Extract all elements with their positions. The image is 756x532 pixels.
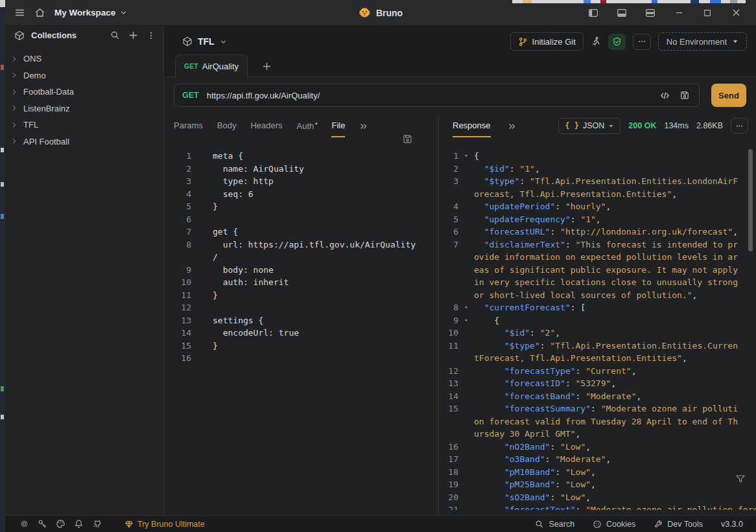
response-line: 9▾ {: [439, 314, 756, 327]
collection-label: Demo: [23, 71, 46, 80]
collection-label: API Football: [23, 137, 69, 146]
chevron-right-icon: [11, 72, 18, 78]
tab-response[interactable]: Response: [453, 114, 491, 137]
main-area: TFL Initialize Git No Environment: [164, 26, 756, 515]
bruno-dog-icon: [359, 6, 371, 19]
send-button[interactable]: Send: [711, 84, 746, 107]
response-line: 13 "forecastID": "53279",: [439, 377, 756, 390]
response-size: 2.86KB: [696, 121, 723, 130]
sidebar: Collections ONSDemoFootball-DataListenBr…: [5, 26, 164, 515]
response-more-options-button[interactable]: [731, 118, 748, 133]
more-tabs-chevron-icon[interactable]: [359, 122, 368, 131]
tab-file[interactable]: File: [331, 114, 345, 137]
toggle-split-panel-icon[interactable]: [641, 5, 660, 21]
chevron-right-icon: [11, 138, 18, 145]
safe-mode-shield-icon[interactable]: [608, 34, 626, 50]
fold-arrow-icon[interactable]: ▾: [458, 150, 474, 163]
window-minimize-button[interactable]: [669, 5, 689, 21]
sidebar-item-demo[interactable]: Demo: [5, 67, 163, 84]
app-name: Bruno: [376, 8, 403, 18]
search-collections-icon[interactable]: [110, 30, 120, 40]
statusbar-devtools[interactable]: Dev Tools: [654, 520, 703, 529]
environment-label: No Environment: [667, 37, 727, 47]
tab-name: AirQuality: [202, 62, 239, 71]
response-line: 18 "pM10Band": "Low",: [439, 466, 756, 479]
response-line: in very specific locations close to unus…: [439, 276, 756, 289]
collections-menu-icon[interactable]: [147, 31, 156, 40]
tab-params[interactable]: Params: [174, 114, 203, 137]
code-line: 16: [164, 352, 438, 365]
tab-method: GET: [184, 63, 198, 70]
environment-selector[interactable]: No Environment: [658, 32, 747, 51]
window-close-button[interactable]: [726, 5, 746, 21]
tab-body[interactable]: Body: [217, 114, 237, 137]
statusbar: Try Bruno Ultimate Search Cookies Dev To…: [5, 515, 756, 532]
response-line: 1▾{: [439, 150, 756, 163]
upgrade-banner[interactable]: Try Bruno Ultimate: [124, 520, 205, 529]
background-window-edge: [0, 0, 5, 532]
tab-airquality[interactable]: GET AirQuality: [175, 54, 248, 77]
wrench-icon: [654, 520, 663, 529]
response-line: eas of significant public exposure. It m…: [439, 264, 756, 277]
collection-more-options-button[interactable]: [633, 34, 651, 50]
code-line: 14 encodeUrl: true: [164, 327, 438, 340]
collections-title: Collections: [31, 30, 77, 40]
url-method-label: GET: [182, 91, 199, 100]
response-filter-icon[interactable]: [735, 474, 746, 484]
sidebar-item-listenbrainz[interactable]: ListenBrainz: [5, 100, 163, 117]
response-format-selector[interactable]: { } JSON: [558, 118, 620, 134]
code-line: 2 name: AirQuality: [164, 163, 438, 176]
chevron-down-icon: [120, 9, 127, 16]
code-generate-icon[interactable]: [659, 90, 670, 101]
diamond-icon: [124, 520, 134, 529]
statusbar-search[interactable]: Search: [535, 520, 574, 529]
sidebar-item-api-football[interactable]: API Football: [5, 133, 163, 150]
editor-save-icon[interactable]: [402, 133, 413, 145]
home-icon[interactable]: [34, 7, 45, 18]
initialize-git-button[interactable]: Initialize Git: [510, 32, 584, 51]
format-label: JSON: [583, 121, 604, 130]
code-line: 13settings {: [164, 314, 438, 327]
cube-icon: [182, 36, 193, 47]
workspace-selector[interactable]: My Workspace: [54, 8, 127, 17]
save-request-icon[interactable]: [679, 90, 690, 100]
runner-icon[interactable]: [591, 36, 601, 47]
tab-auth[interactable]: Auth•: [297, 114, 318, 137]
sidebar-item-ons[interactable]: ONS: [5, 51, 163, 67]
sidebar-item-football-data[interactable]: Football-Data: [5, 84, 163, 100]
toggle-left-panel-icon[interactable]: [584, 5, 603, 21]
tab-headers[interactable]: Headers: [250, 114, 282, 137]
fold-arrow-icon[interactable]: ▾: [458, 301, 474, 314]
key-icon[interactable]: [38, 519, 47, 529]
response-editor[interactable]: 1▾{2 "$id": "1",3 "$type": "Tfl.Api.Pres…: [439, 138, 756, 510]
collection-label: ONS: [23, 54, 41, 64]
hamburger-menu-icon[interactable]: [14, 7, 25, 18]
sidebar-item-tfl[interactable]: TFL: [5, 117, 163, 133]
settings-gear-icon[interactable]: [19, 519, 29, 529]
toggle-bottom-panel-icon[interactable]: [612, 5, 632, 21]
code-line: 6: [164, 213, 438, 226]
response-scrollbar[interactable]: [748, 149, 753, 251]
code-line: 4 seq: 6: [164, 188, 438, 201]
response-line: 11 "$type": "Tfl.Api.Presentation.Entiti…: [439, 340, 756, 353]
code-line: 9 body: none: [164, 264, 438, 277]
response-line: 14 "forecastBand": "Moderate",: [439, 390, 756, 403]
response-line: 3 "$type": "Tfl.Api.Presentation.Entitie…: [439, 175, 756, 188]
response-line: 17 "o3Band": "Moderate",: [439, 453, 756, 466]
statusbar-cookies[interactable]: Cookies: [593, 520, 635, 529]
code-line: 10 auth: inherit: [164, 276, 438, 289]
window-maximize-button[interactable]: [698, 5, 717, 21]
more-response-tabs-chevron-icon[interactable]: [508, 122, 517, 131]
fold-arrow-icon[interactable]: ▾: [458, 314, 474, 327]
collections-header: Collections: [5, 26, 163, 45]
chevron-down-icon[interactable]: [220, 38, 227, 45]
new-request-tab-icon[interactable]: [262, 62, 272, 71]
caret-down-icon: [608, 123, 614, 129]
theme-palette-icon[interactable]: [56, 519, 65, 529]
url-input[interactable]: GET https://api.tfl.gov.uk/AirQuality/: [174, 84, 700, 107]
response-line: ovide information on expected pollution …: [439, 251, 756, 264]
github-icon[interactable]: [92, 519, 102, 529]
request-editor[interactable]: 1meta {2 name: AirQuality3 type: http4 s…: [164, 138, 438, 510]
add-collection-icon[interactable]: [128, 30, 138, 40]
notifications-bell-icon[interactable]: [74, 519, 84, 529]
